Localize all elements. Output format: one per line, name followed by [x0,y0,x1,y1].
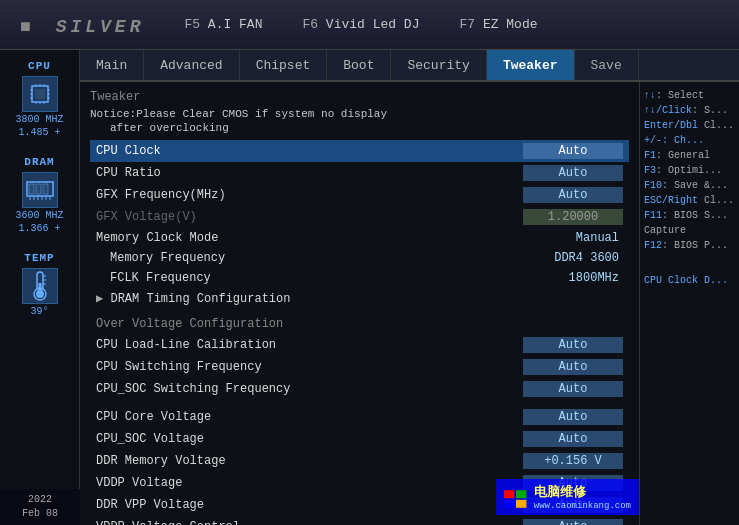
right-help-panel: ↑↓: Select ↑↓/Click: S... Enter/Dbl Cl..… [639,82,739,525]
watermark-logo [504,488,528,506]
main-content: Tweaker Notice:Please Clear CMOS if syst… [80,82,639,525]
cpu-section: CPU 3800 MHZ 1.485 + [5,60,74,138]
tab-security[interactable]: Security [391,50,486,80]
dram-section: DRAM 3600 MHZ 1.366 + [5,156,74,234]
gfx-volt-value: 1.20000 [523,209,623,225]
vddp-volt-label: VDDP Voltage [96,476,523,490]
vddp-volt-ctrl-item[interactable]: VDDP Voltage Control Auto [90,516,629,525]
tab-advanced[interactable]: Advanced [144,50,239,80]
f6-shortcut[interactable]: F6 Vivid Led DJ [302,17,419,32]
f7-shortcut[interactable]: F7 EZ Mode [459,17,537,32]
svg-rect-1 [35,89,45,99]
svg-rect-33 [504,500,514,508]
cpu-core-volt-value: Auto [523,409,623,425]
cpu-soc-volt-item[interactable]: CPU_SOC Voltage Auto [90,428,629,450]
mem-freq-label: Memory Frequency [110,251,523,265]
tweaker-title: Tweaker [90,90,629,104]
header: ■ SILVER F5 A.I FAN F6 Vivid Led DJ F7 E… [0,0,739,50]
svg-rect-16 [36,184,41,194]
gfx-volt-item: GFX Voltage(V) 1.20000 [90,206,629,228]
dram-icon [22,172,58,208]
svg-rect-34 [516,500,526,508]
svg-rect-32 [516,490,526,498]
tab-boot[interactable]: Boot [327,50,391,80]
cpu-llc-item[interactable]: CPU Load-Line Calibration Auto [90,334,629,356]
over-voltage-label: Over Voltage Configuration [96,317,623,331]
cpu-core-volt-item[interactable]: CPU Core Voltage Auto [90,406,629,428]
cpu-llc-value: Auto [523,337,623,353]
cpu-sw-freq-value: Auto [523,359,623,375]
cpu-freq: 3800 MHZ [5,114,74,125]
watermark-text: 电脑维修 www.caominkang.com [534,483,631,511]
cpu-ratio-value: Auto [523,165,623,181]
cpu-soc-sw-freq-value: Auto [523,381,623,397]
dram-freq: 3600 MHZ [5,210,74,221]
temp-label: TEMP [5,252,74,264]
logo: ■ SILVER [20,9,144,40]
gfx-freq-label: GFX Frequency(MHz) [96,188,523,202]
mem-freq-item[interactable]: Memory Frequency DDR4 3600 [90,248,629,268]
cpu-core-volt-label: CPU Core Voltage [96,410,523,424]
cpu-soc-volt-label: CPU_SOC Voltage [96,432,523,446]
cpu-label: CPU [5,60,74,72]
svg-rect-17 [43,184,48,194]
nav-tabs: Main Advanced Chipset Boot Security Twea… [80,50,739,82]
mem-clock-mode-value: Manual [523,231,623,245]
gfx-volt-label: GFX Voltage(V) [96,210,523,224]
cpu-icon [22,76,58,112]
cpu-volt: 1.485 + [5,127,74,138]
date-display: 2022 Feb 08 [0,489,80,525]
ddr-mem-volt-label: DDR Memory Voltage [96,454,523,468]
cpu-clock-item[interactable]: CPU Clock Auto [90,140,629,162]
ddr-mem-volt-value: +0.156 V [523,453,623,469]
cpu-sw-freq-item[interactable]: CPU Switching Frequency Auto [90,356,629,378]
gfx-freq-value: Auto [523,187,623,203]
header-shortcuts: F5 A.I FAN F6 Vivid Led DJ F7 EZ Mode [184,17,537,32]
cpu-ratio-item[interactable]: CPU Ratio Auto [90,162,629,184]
ddr-mem-volt-item[interactable]: DDR Memory Voltage +0.156 V [90,450,629,472]
cpu-llc-label: CPU Load-Line Calibration [96,338,523,352]
temp-section: TEMP 39° [5,252,74,317]
tab-tweaker[interactable]: Tweaker [487,50,575,80]
dram-label: DRAM [5,156,74,168]
svg-rect-31 [504,490,514,498]
cpu-ratio-label: CPU Ratio [96,166,523,180]
notice-line2: after overclocking [90,122,629,134]
watermark: 电脑维修 www.caominkang.com [496,479,639,515]
cpu-soc-volt-value: Auto [523,431,623,447]
temp-icon [22,268,58,304]
dram-timing-item[interactable]: DRAM Timing Configuration [90,288,629,309]
cpu-clock-value: Auto [523,143,623,159]
dram-volt: 1.366 + [5,223,74,234]
month-day: Feb 08 [2,507,78,521]
vddp-volt-ctrl-label: VDDP Voltage Control [96,520,523,525]
tab-save[interactable]: Save [575,50,639,80]
tab-chipset[interactable]: Chipset [240,50,328,80]
mem-freq-value: DDR4 3600 [523,251,623,265]
mem-clock-mode-label: Memory Clock Mode [96,231,523,245]
f5-shortcut[interactable]: F5 A.I FAN [184,17,262,32]
gfx-freq-item[interactable]: GFX Frequency(MHz) Auto [90,184,629,206]
cpu-soc-sw-freq-item[interactable]: CPU_SOC Switching Frequency Auto [90,378,629,400]
fclk-freq-item[interactable]: FCLK Frequency 1800MHz [90,268,629,288]
sidebar: CPU 3800 MHZ 1.485 + DRAM [0,50,80,525]
tab-main[interactable]: Main [80,50,144,80]
notice-line1: Notice:Please Clear CMOS if system no di… [90,108,629,120]
vddp-volt-ctrl-value: Auto [523,519,623,525]
help-text: ↑↓: Select ↑↓/Click: S... Enter/Dbl Cl..… [644,88,735,288]
svg-rect-15 [29,184,34,194]
fclk-freq-label: FCLK Frequency [110,271,523,285]
over-voltage-section: Over Voltage Configuration [90,309,629,334]
svg-point-27 [36,290,44,298]
dram-timing-label: DRAM Timing Configuration [96,291,623,306]
mem-clock-mode-item[interactable]: Memory Clock Mode Manual [90,228,629,248]
cpu-sw-freq-label: CPU Switching Frequency [96,360,523,374]
cpu-clock-label: CPU Clock [96,144,523,158]
cpu-soc-sw-freq-label: CPU_SOC Switching Frequency [96,382,523,396]
fclk-freq-value: 1800MHz [523,271,623,285]
ddr-vpp-volt-label: DDR VPP Voltage [96,498,523,512]
temp-value: 39° [5,306,74,317]
year: 2022 [2,493,78,507]
